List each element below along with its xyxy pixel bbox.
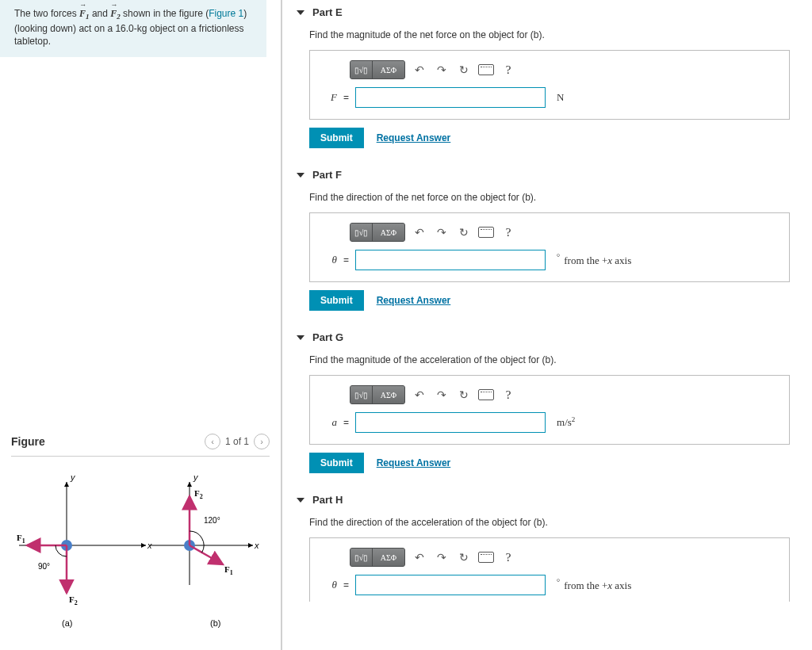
- figure-next-button[interactable]: ›: [254, 434, 270, 449]
- svg-text:F2: F2: [69, 595, 78, 606]
- redo-icon[interactable]: ↷: [434, 549, 450, 565]
- answer-toolbar: ▯√▯ ΑΣΦ ↶ ↷ ↻ ?: [350, 223, 778, 242]
- redo-icon[interactable]: ↷: [434, 387, 450, 403]
- answer-input[interactable]: [355, 412, 546, 433]
- part-g-answer-box: ▯√▯ ΑΣΦ ↶ ↷ ↻ ? a = m/s2: [309, 375, 790, 445]
- problem-text: The two forces: [14, 8, 79, 19]
- undo-icon[interactable]: ↶: [412, 224, 427, 240]
- figure-nav: ‹ 1 of 1 ›: [205, 434, 270, 449]
- var-label: θ: [321, 254, 337, 266]
- figure-header: Figure ‹ 1 of 1 ›: [11, 429, 270, 457]
- vector-f1: F1: [79, 8, 90, 19]
- answer-line: a = m/s2: [321, 412, 778, 433]
- svg-text:(a): (a): [62, 618, 72, 628]
- submit-row: Submit Request Answer: [309, 128, 790, 148]
- part-e-prompt: Find the magnitude of the net force on t…: [309, 29, 790, 40]
- svg-text:120°: 120°: [204, 516, 220, 525]
- keyboard-icon[interactable]: [478, 62, 494, 78]
- part-f-header[interactable]: Part F: [297, 162, 790, 189]
- part-e-answer-box: ▯√▯ ΑΣΦ ↶ ↷ ↻ ? F = N: [309, 50, 790, 120]
- reset-icon[interactable]: ↻: [456, 224, 472, 240]
- part-f: Part F Find the direction of the net for…: [297, 162, 790, 311]
- help-icon[interactable]: ?: [500, 224, 516, 240]
- answer-toolbar: ▯√▯ ΑΣΦ ↶ ↷ ↻ ?: [350, 60, 778, 79]
- part-g: Part G Find the magnitude of the acceler…: [297, 325, 790, 473]
- caret-down-icon: [297, 173, 304, 178]
- unit-label: ° from the +x axis: [557, 578, 631, 592]
- answer-line: θ = ° from the +x axis: [321, 575, 778, 595]
- figure-svg: y x F1 F2 90° (a) y x F2: [11, 466, 265, 642]
- request-answer-link[interactable]: Request Answer: [377, 295, 451, 306]
- svg-text:x: x: [254, 541, 259, 550]
- redo-icon[interactable]: ↷: [434, 62, 450, 78]
- svg-text:F2: F2: [194, 488, 203, 500]
- svg-text:90°: 90°: [38, 562, 50, 571]
- part-e: Part E Find the magnitude of the net for…: [297, 0, 790, 148]
- svg-line-15: [190, 545, 223, 564]
- help-icon[interactable]: ?: [500, 387, 516, 403]
- undo-icon[interactable]: ↶: [412, 549, 427, 565]
- unit-label: ° from the +x axis: [557, 253, 631, 267]
- format-button[interactable]: ▯√▯: [350, 224, 373, 241]
- reset-icon[interactable]: ↻: [456, 387, 472, 403]
- submit-button[interactable]: Submit: [309, 453, 364, 473]
- request-answer-link[interactable]: Request Answer: [377, 132, 451, 143]
- svg-text:F1: F1: [224, 564, 233, 576]
- part-g-title: Part G: [312, 331, 343, 343]
- part-g-header[interactable]: Part G: [297, 325, 790, 351]
- answer-input[interactable]: [355, 575, 546, 595]
- answer-toolbar: ▯√▯ ΑΣΦ ↶ ↷ ↻ ?: [350, 385, 778, 404]
- submit-button[interactable]: Submit: [309, 128, 364, 148]
- reset-icon[interactable]: ↻: [456, 62, 472, 78]
- figure-prev-button[interactable]: ‹: [205, 434, 220, 449]
- answer-line: θ = ° from the +x axis: [321, 250, 778, 270]
- greek-button[interactable]: ΑΣΦ: [373, 61, 404, 78]
- right-pane: Part E Find the magnitude of the net for…: [282, 0, 812, 650]
- submit-row: Submit Request Answer: [309, 290, 790, 311]
- svg-text:y: y: [70, 472, 76, 482]
- part-e-title: Part E: [312, 6, 343, 18]
- var-label: F: [321, 91, 337, 104]
- greek-button[interactable]: ΑΣΦ: [373, 224, 404, 241]
- figure-nav-text: 1 of 1: [225, 436, 249, 447]
- keyboard-icon[interactable]: [478, 224, 494, 240]
- part-h-answer-box: ▯√▯ ΑΣΦ ↶ ↷ ↻ ? θ = ° from the +x axis: [309, 537, 790, 602]
- keyboard-icon[interactable]: [478, 387, 494, 403]
- part-h-header[interactable]: Part H: [297, 488, 790, 514]
- var-label: θ: [321, 579, 337, 591]
- figure-section: Figure ‹ 1 of 1 ›: [0, 429, 281, 650]
- help-icon[interactable]: ?: [500, 62, 516, 78]
- undo-icon[interactable]: ↶: [412, 62, 427, 78]
- request-answer-link[interactable]: Request Answer: [377, 457, 451, 468]
- svg-text:(b): (b): [210, 618, 220, 628]
- left-pane: The two forces F1 and F2 shown in the fi…: [0, 0, 282, 650]
- format-group: ▯√▯ ΑΣΦ: [350, 548, 405, 567]
- part-f-answer-box: ▯√▯ ΑΣΦ ↶ ↷ ↻ ? θ = ° from the +x axis: [309, 212, 790, 282]
- part-e-header[interactable]: Part E: [297, 0, 790, 26]
- answer-toolbar: ▯√▯ ΑΣΦ ↶ ↷ ↻ ?: [350, 548, 778, 567]
- greek-button[interactable]: ΑΣΦ: [373, 386, 404, 403]
- figure-link[interactable]: Figure 1: [209, 8, 243, 19]
- submit-row: Submit Request Answer: [309, 453, 790, 473]
- help-icon[interactable]: ?: [500, 549, 516, 565]
- keyboard-icon[interactable]: [478, 549, 494, 565]
- caret-down-icon: [297, 498, 304, 503]
- submit-button[interactable]: Submit: [309, 290, 364, 311]
- answer-input[interactable]: [355, 87, 546, 108]
- redo-icon[interactable]: ↷: [434, 224, 450, 240]
- format-button[interactable]: ▯√▯: [350, 386, 373, 403]
- part-g-prompt: Find the magnitude of the acceleration o…: [309, 354, 790, 365]
- format-button[interactable]: ▯√▯: [350, 61, 373, 78]
- part-h: Part H Find the direction of the acceler…: [297, 488, 790, 602]
- format-group: ▯√▯ ΑΣΦ: [350, 60, 405, 79]
- greek-button[interactable]: ΑΣΦ: [373, 549, 404, 566]
- unit-label: N: [557, 91, 564, 104]
- format-group: ▯√▯ ΑΣΦ: [350, 223, 405, 242]
- unit-label: m/s2: [557, 415, 575, 429]
- problem-statement: The two forces F1 and F2 shown in the fi…: [0, 0, 266, 57]
- answer-line: F = N: [321, 87, 778, 108]
- format-button[interactable]: ▯√▯: [350, 549, 373, 566]
- undo-icon[interactable]: ↶: [412, 387, 427, 403]
- reset-icon[interactable]: ↻: [456, 549, 472, 565]
- answer-input[interactable]: [355, 250, 546, 270]
